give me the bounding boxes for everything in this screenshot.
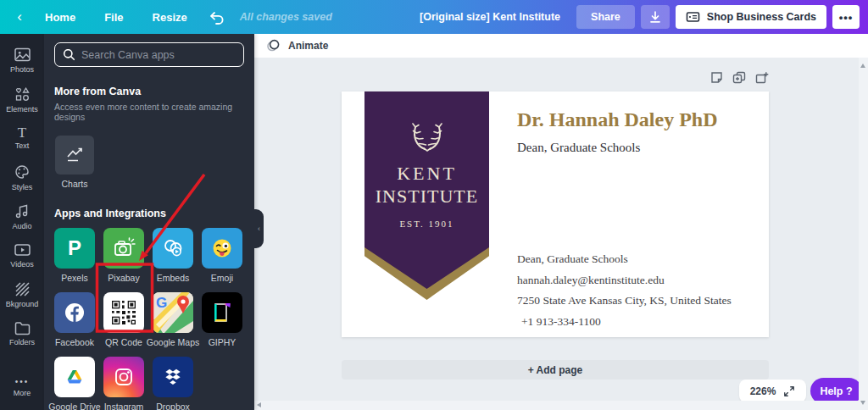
contact-line: 7250 State Ave Kansas City, KS, United S… <box>517 291 732 312</box>
tile-label: Dropbox <box>156 402 190 410</box>
search-icon <box>63 48 75 61</box>
app-tile-instagram[interactable]: Instagram <box>103 357 144 410</box>
app-tile-giphy[interactable]: GIPHY <box>202 292 242 347</box>
app-tile-google-drive[interactable]: Google Drive <box>54 357 95 410</box>
tile-label: Charts <box>62 179 88 189</box>
notes-icon[interactable] <box>710 71 723 84</box>
menu-file[interactable]: File <box>104 11 123 24</box>
share-button[interactable]: Share <box>576 5 635 29</box>
section-subtitle: Access even more content to create amazi… <box>54 102 244 122</box>
menu-home[interactable]: Home <box>45 11 75 24</box>
sidebar-item-text[interactable]: T Text <box>0 119 44 158</box>
card-banner[interactable]: KENT INSTITUTE EST. 1901 <box>364 91 489 300</box>
design-canvas[interactable]: KENT INSTITUTE EST. 1901 Dr. Hannah Dale… <box>254 58 868 410</box>
topbar-more-button[interactable]: ••• <box>832 5 860 29</box>
app-tile-pexels[interactable]: P Pexels <box>54 228 95 283</box>
app-tile-facebook[interactable]: Facebook <box>54 292 95 347</box>
tile-label: Facebook <box>55 337 94 347</box>
contact-block[interactable]: Dean, Graduate Schools hannah.daley@kent… <box>517 249 732 332</box>
download-icon <box>648 10 662 24</box>
person-name[interactable]: Dr. Hannah Daley PhD <box>517 108 717 131</box>
app-tile-emoji[interactable]: Emoji <box>202 228 242 283</box>
embeds-icon <box>153 228 193 269</box>
sidebar-label: Folders <box>9 338 35 346</box>
app-tile-qr-code[interactable]: QR Code <box>103 292 144 347</box>
undo-icon[interactable] <box>209 10 225 25</box>
tool-rail: Photos Elements T Text Styles Audio Vide… <box>0 34 44 410</box>
app-tile-pixabay[interactable]: Pixabay <box>103 228 144 283</box>
contact-line: +1 913-334-1100 <box>517 312 732 333</box>
app-tile-charts[interactable]: Charts <box>54 136 95 189</box>
add-page-button[interactable]: + Add page <box>342 360 769 380</box>
page-controls <box>710 71 769 84</box>
sidebar-item-background[interactable]: Bkground <box>0 274 44 313</box>
tile-label: Pexels <box>61 273 88 283</box>
document-title[interactable]: [Original size] Kent Institute <box>420 11 560 23</box>
emoji-icon <box>202 228 242 269</box>
sidebar-label: Styles <box>12 183 33 191</box>
app-tile-embeds[interactable]: Embeds <box>153 228 193 283</box>
editor-main: Animate <box>254 34 868 410</box>
search-input[interactable] <box>81 49 236 61</box>
sidebar-item-elements[interactable]: Elements <box>0 80 44 119</box>
org-established: EST. 1901 <box>399 219 453 229</box>
vertical-scrollbar[interactable] <box>859 58 868 410</box>
charts-icon <box>55 136 94 175</box>
sidebar-label: More <box>14 389 31 397</box>
business-card-icon <box>686 10 700 24</box>
search-box[interactable] <box>54 42 244 67</box>
fullscreen-icon[interactable] <box>783 385 795 397</box>
sidebar-item-audio[interactable]: Audio <box>0 197 44 235</box>
sidebar-label: Bkground <box>6 300 39 308</box>
photos-icon <box>14 47 31 63</box>
horizontal-scrollbar[interactable] <box>254 401 859 410</box>
back-chevron-icon[interactable]: ‹ <box>8 8 31 25</box>
section-title-more-from-canva: More from Canva <box>54 86 244 97</box>
org-name-line2: INSTITUTE <box>376 186 478 208</box>
tile-label: Google Maps <box>147 337 199 347</box>
facebook-icon <box>54 292 95 333</box>
business-card-page[interactable]: KENT INSTITUTE EST. 1901 Dr. Hannah Dale… <box>342 91 769 337</box>
zoom-level[interactable]: 226% <box>750 385 776 397</box>
more-dots-icon: ••• <box>15 378 30 386</box>
app-tile-google-maps[interactable]: G Google Maps <box>153 292 193 347</box>
app-tile-dropbox[interactable]: Dropbox <box>153 357 193 410</box>
sidebar-item-photos[interactable]: Photos <box>0 41 44 80</box>
zoom-control: 226% <box>739 380 806 402</box>
google-drive-icon <box>54 357 95 397</box>
tile-label: Emoji <box>211 273 233 283</box>
sidebar-label: Text <box>15 141 30 150</box>
sidebar-label: Audio <box>12 222 31 230</box>
tile-label: QR Code <box>105 337 142 347</box>
download-button[interactable] <box>641 5 670 29</box>
add-page-icon[interactable] <box>755 71 769 84</box>
panel-collapse-tab[interactable]: ‹ <box>254 209 264 248</box>
audio-icon <box>14 202 31 219</box>
svg-text:G: G <box>156 295 167 311</box>
sidebar-item-videos[interactable]: Videos <box>0 235 44 274</box>
person-job-title[interactable]: Dean, Graduate Schools <box>517 141 640 155</box>
contact-line: Dean, Graduate Schools <box>517 249 732 270</box>
tile-label: Instagram <box>104 402 144 410</box>
tile-label: Pixabay <box>108 273 139 283</box>
apps-grid: P Pexels Pixabay Embeds Emoji Faceboo <box>54 228 244 410</box>
tile-label: Embeds <box>157 273 190 283</box>
google-maps-icon: G <box>153 292 193 333</box>
menu-resize[interactable]: Resize <box>153 11 187 24</box>
sidebar-item-styles[interactable]: Styles <box>0 158 44 197</box>
topbar-right-group: [Original size] Kent Institute Share Sho… <box>420 5 860 29</box>
scroll-left-arrow[interactable] <box>257 402 261 407</box>
shop-business-cards-button[interactable]: Shop Business Cards <box>676 5 826 29</box>
scroll-down-arrow[interactable] <box>860 401 865 405</box>
sidebar-item-more[interactable]: ••• More <box>0 368 44 407</box>
section-title-apps-integrations: Apps and Integrations <box>54 208 244 219</box>
animate-button[interactable]: Animate <box>288 40 328 52</box>
shop-button-label: Shop Business Cards <box>707 11 816 23</box>
scroll-up-arrow[interactable] <box>860 64 865 68</box>
topbar-left-group: ‹ Home File Resize All changes saved <box>8 8 332 25</box>
tile-label: Google Drive <box>48 402 100 410</box>
sidebar-item-folders[interactable]: Folders <box>0 313 44 352</box>
background-icon <box>14 280 31 297</box>
duplicate-page-icon[interactable] <box>732 71 746 84</box>
save-status-text: All changes saved <box>240 11 332 23</box>
